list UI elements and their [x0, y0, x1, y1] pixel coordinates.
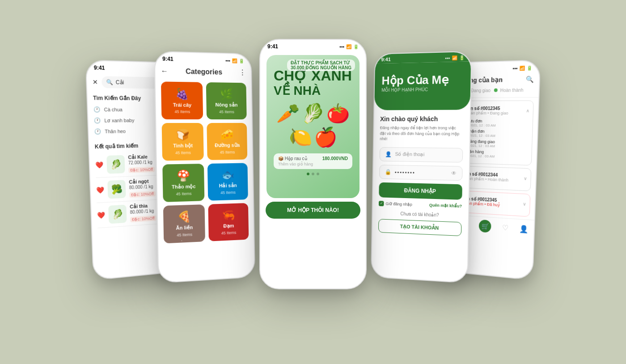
- starch-icon: 🍞: [176, 128, 190, 141]
- hero-title: CHỢ XANH về nhà: [274, 68, 352, 97]
- forgot-password-link[interactable]: Quên mật khẩu?: [429, 203, 462, 208]
- phone-input-icon: 👤: [385, 151, 392, 157]
- phone-login: 9:41 ▪▪▪ 📶 🔋 Hộp Của Mẹ MỖI HỘP HẠNH PHÚ…: [371, 51, 472, 284]
- mockup-row: 📦 Hộp rau củ 180.000VND: [278, 156, 348, 161]
- mockup-subtitle: Thêm vào giỏ hàng: [278, 162, 348, 166]
- dairy-icon: 🧀: [220, 128, 234, 141]
- wifi-icon-4: 📶: [452, 55, 457, 60]
- protein-icon: 🦐: [222, 209, 235, 222]
- cart-nav-button[interactable]: 🛒: [479, 220, 491, 233]
- status-icons-2: ▪▪▪ 📶 🔋: [225, 58, 244, 63]
- login-options: ✓ Giữ đăng nhập Quên mật khẩu?: [379, 201, 462, 209]
- veggie-1: 🥕: [276, 102, 300, 124]
- user-nav-icon[interactable]: 👤: [519, 224, 529, 233]
- category-seafood[interactable]: 🐟 Hải sản 45 Items: [207, 163, 248, 200]
- hero-veggies: 🥕 🥬 🍅 🍋 🍎: [274, 102, 352, 148]
- wifi-icon-5: 📶: [519, 65, 525, 71]
- category-instant[interactable]: 🍕 Ăn liền 45 Items: [163, 204, 205, 243]
- search-box[interactable]: 🔍 Cải: [102, 76, 162, 89]
- inner-phone-mockup: 📦 Hộp rau củ 180.000VND Thêm vào giỏ hàn…: [274, 153, 352, 169]
- veggie-2: 🥬: [301, 102, 325, 124]
- create-account-button[interactable]: TẠO TÀI KHOẢN: [378, 219, 462, 236]
- categories-title: Categories: [186, 68, 222, 76]
- dot-active: [307, 173, 309, 175]
- battery-icon-4: 🔋: [459, 55, 465, 60]
- veggie-3: 🍅: [326, 102, 350, 124]
- remember-checkbox[interactable]: ✓: [379, 201, 384, 206]
- hero-badge: ĐẶT THỰC PHẨM SẠCH TỪ30.000 ĐỒNG NGUỒN H…: [287, 59, 355, 71]
- product-thumb-1: 🥬: [106, 155, 125, 174]
- hero-card: ĐẶT THỰC PHẨM SẠCH TỪ30.000 ĐỒNG NGUỒN H…: [266, 55, 360, 198]
- dot-1: [312, 173, 314, 175]
- login-button[interactable]: ĐĂNG NHẬP: [379, 182, 462, 200]
- category-protein[interactable]: 🦐 Đạm 45 Items: [208, 203, 249, 241]
- time-1: 9:41: [94, 64, 105, 71]
- hero-cta-button[interactable]: MỞ HỘP THÔI NÀO!: [266, 202, 360, 219]
- phone-input[interactable]: 👤 Số điện thoại: [380, 147, 463, 162]
- phones-container: 9:41 ▪▪▪ 📶 🔋 ✕ 🔍 Cải ⊟ Tìm Kiếm Gần Đây …: [67, 25, 559, 339]
- heart-button-1[interactable]: ❤️: [95, 161, 103, 169]
- time-2: 9:41: [162, 55, 173, 62]
- tab-completed[interactable]: Hoàn thành: [494, 88, 524, 96]
- back-button[interactable]: ←: [161, 67, 168, 75]
- fruits-icon: 🍇: [175, 88, 189, 101]
- box-label: 📦 Hộp rau củ: [278, 156, 307, 161]
- battery-icon-3: 🔋: [353, 44, 359, 49]
- category-vegetables[interactable]: 🌿 Nông sản 45 Items: [206, 82, 247, 119]
- expand-button-1[interactable]: ∧: [526, 108, 529, 113]
- phone-input-placeholder: Số điện thoại: [395, 152, 457, 158]
- product-thumb-3: 🥬: [108, 205, 127, 224]
- lock-icon: 🔒: [385, 169, 392, 175]
- no-account-text: Chưa có tài khoản?: [379, 210, 462, 218]
- wifi-icon-3: 📶: [346, 44, 351, 49]
- categories-grid: 🍇 Trái cây 45 Items 🌿 Nông sản 45 Items …: [155, 78, 254, 247]
- clock-icon: 🕐: [93, 106, 101, 113]
- welcome-text: Xin chào quý khách: [380, 115, 464, 123]
- time-3: 9:41: [267, 43, 278, 50]
- clock-icon-2: 🕐: [94, 117, 101, 123]
- heart-button-2[interactable]: ❤️: [96, 186, 104, 194]
- seafood-icon: 🐟: [221, 169, 235, 181]
- eye-icon[interactable]: 👁: [451, 170, 457, 176]
- status-icons-5: ▪▪▪ 📶 🔋: [513, 65, 533, 71]
- brand-tagline: MỖI HỘP HẠNH PHÚC: [381, 87, 463, 93]
- category-fruits[interactable]: 🍇 Trái cây 45 Items: [161, 81, 203, 119]
- completed-dot: [494, 89, 498, 92]
- expand-button-3[interactable]: ∨: [523, 201, 526, 207]
- remember-me-option[interactable]: ✓ Giữ đăng nhập: [379, 201, 412, 207]
- instant-icon: 🍕: [178, 210, 191, 223]
- category-dairy[interactable]: 🧀 Đường sữa 45 Items: [207, 123, 247, 160]
- signal-icon-3: ▪▪▪: [339, 44, 344, 49]
- search-input[interactable]: Cải: [116, 79, 154, 86]
- herbs-icon: 🍄: [177, 169, 190, 182]
- search-icon: 🔍: [106, 79, 113, 85]
- signal-icon-2: ▪▪▪: [225, 58, 230, 63]
- password-value: ••••••••: [395, 169, 448, 176]
- category-herbs[interactable]: 🍄 Thảo mộc 45 Items: [162, 164, 204, 202]
- more-button[interactable]: ⋮: [239, 68, 246, 77]
- vegetables-icon: 🌿: [220, 88, 233, 100]
- close-button[interactable]: ✕: [93, 78, 98, 86]
- login-description: Đăng nhập ngay để tiện lợi hơn trong việ…: [380, 125, 463, 143]
- mockup-price: 180.000VND: [322, 156, 348, 161]
- heart-button-3[interactable]: ❤️: [97, 212, 105, 219]
- order-info-2: Đơn số #0012344 3 Sản phẩm • Hoàn thành: [462, 171, 524, 183]
- battery-icon-5: 🔋: [527, 65, 533, 71]
- signal-icon-5: ▪▪▪: [513, 66, 518, 71]
- brand-name: Hộp Của Mẹ: [381, 72, 463, 88]
- login-header: Hộp Của Mẹ MỖI HỘP HẠNH PHÚC: [374, 61, 471, 110]
- product-thumb-2: 🥦: [107, 180, 126, 199]
- order-info-3: Đơn số #0012345 4 Sản phẩm • Đã huỷ: [461, 196, 523, 209]
- veggie-4: 🍋: [289, 126, 312, 148]
- password-input[interactable]: 🔒 •••••••• 👁: [379, 165, 463, 181]
- category-starch[interactable]: 🍞 Tinh bột 45 Items: [162, 123, 204, 161]
- expand-button-2[interactable]: ∨: [524, 176, 527, 181]
- status-bar-2: 9:41 ▪▪▪ 📶 🔋: [155, 52, 251, 66]
- time-4: 9:41: [381, 57, 390, 62]
- status-icons-3: ▪▪▪ 📶 🔋: [339, 44, 359, 49]
- hero-dots: [274, 173, 352, 175]
- order-info-1: Đơn số #0012345 3 Sản phẩm • Đang giao: [465, 106, 526, 115]
- heart-nav-icon[interactable]: ♡: [502, 223, 508, 232]
- search-orders-button[interactable]: 🔍: [526, 76, 534, 83]
- login-body: Xin chào quý khách Đăng nhập ngay để tiệ…: [372, 110, 470, 241]
